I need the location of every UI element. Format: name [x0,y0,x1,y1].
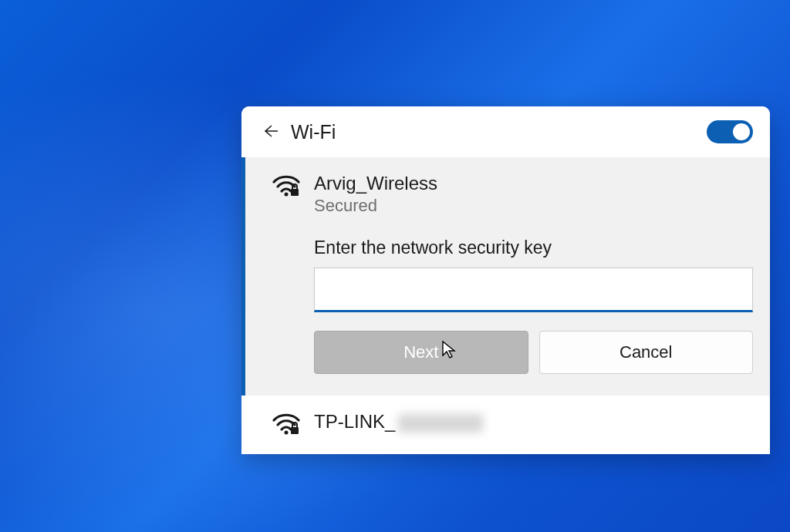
network-name: TP-LINK_ [314,411,753,433]
network-info: TP-LINK_ [314,411,753,433]
wifi-toggle[interactable] [707,120,753,143]
security-key-input[interactable] [314,268,753,312]
wifi-secured-icon [272,174,300,200]
network-status: Secured [314,196,753,216]
network-list: Arvig_Wireless Secured Enter the network… [241,157,770,454]
cancel-button-label: Cancel [620,342,672,362]
toggle-thumb [733,123,750,140]
svg-point-2 [285,431,289,435]
security-key-prompt: Enter the network security key [314,237,753,258]
panel-header: Wi-Fi [241,106,770,157]
next-button-label: Next [403,342,438,362]
network-name-prefix: TP-LINK_ [314,411,395,432]
network-name: Arvig_Wireless [314,173,753,194]
svg-rect-3 [291,427,299,434]
network-row: TP-LINK_ [272,411,753,439]
next-button[interactable]: Next [314,331,528,374]
mouse-cursor-icon [441,340,457,365]
wifi-secured-icon [272,412,300,439]
back-button[interactable] [257,119,283,145]
network-info: Arvig_Wireless Secured [314,173,753,216]
cancel-button[interactable]: Cancel [539,331,754,374]
network-item[interactable]: TP-LINK_ [241,396,770,454]
svg-rect-1 [291,189,299,196]
connect-section: Enter the network security key Next Canc… [314,237,753,374]
wifi-flyout-panel: Wi-Fi Arvig_Wireless [241,106,770,454]
arrow-left-icon [261,122,279,143]
network-item-selected[interactable]: Arvig_Wireless Secured Enter the network… [241,157,770,396]
redacted-text [398,414,483,433]
panel-title: Wi-Fi [291,121,707,143]
svg-point-0 [285,193,289,197]
network-row: Arvig_Wireless Secured [272,173,753,216]
button-row: Next Cancel [314,331,753,374]
